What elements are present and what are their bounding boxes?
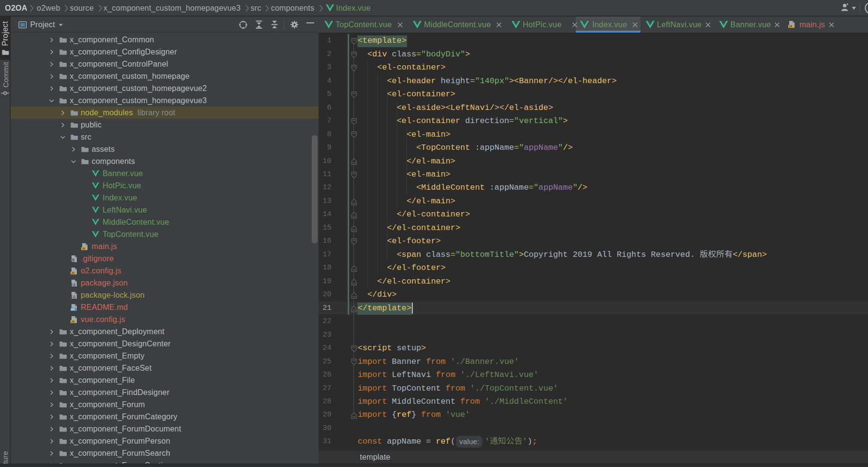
svg-text:MD: MD <box>71 308 75 311</box>
svg-text:JS: JS <box>71 271 74 274</box>
svg-text:}: } <box>73 282 75 287</box>
svg-text:JS: JS <box>82 247 85 250</box>
svg-text:JS: JS <box>71 320 74 323</box>
svg-text:{: { <box>71 282 72 287</box>
svg-text:{: { <box>71 294 72 299</box>
svg-text:}: } <box>73 294 75 299</box>
